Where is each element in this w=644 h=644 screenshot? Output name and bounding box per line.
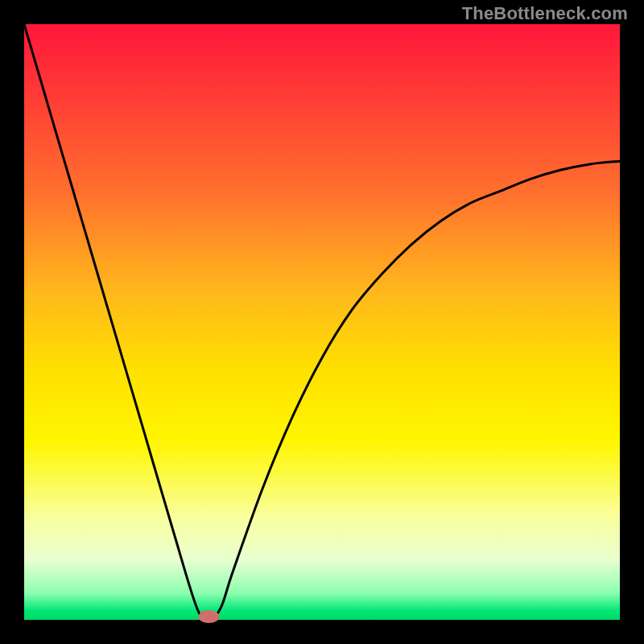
plot-background <box>24 24 620 620</box>
chart-frame: TheBottleneck.com <box>0 0 644 644</box>
bottleneck-chart <box>0 0 644 644</box>
optimal-point-marker <box>198 610 219 623</box>
